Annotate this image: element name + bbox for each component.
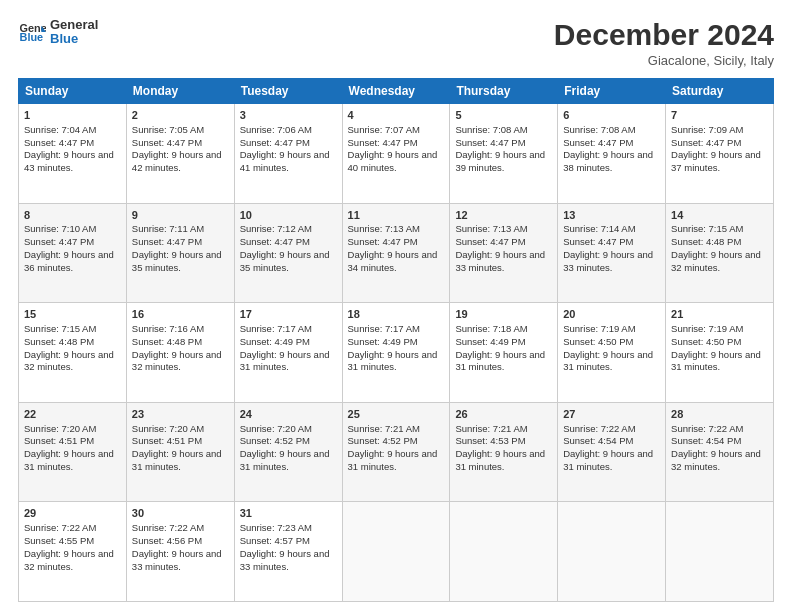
sunrise-label: Sunrise: 7:22 AM	[132, 522, 204, 533]
sunrise-label: Sunrise: 7:04 AM	[24, 124, 96, 135]
day-number: 29	[24, 506, 121, 521]
sunrise-label: Sunrise: 7:13 AM	[455, 223, 527, 234]
calendar-cell: 27Sunrise: 7:22 AMSunset: 4:54 PMDayligh…	[558, 402, 666, 502]
calendar-cell	[666, 502, 774, 602]
sunset-label: Sunset: 4:49 PM	[240, 336, 310, 347]
daylight-label: Daylight: 9 hours and 33 minutes.	[455, 249, 545, 273]
calendar-cell: 18Sunrise: 7:17 AMSunset: 4:49 PMDayligh…	[342, 303, 450, 403]
daylight-label: Daylight: 9 hours and 33 minutes.	[240, 548, 330, 572]
sunset-label: Sunset: 4:47 PM	[455, 137, 525, 148]
day-number: 26	[455, 407, 552, 422]
day-number: 31	[240, 506, 337, 521]
sunset-label: Sunset: 4:47 PM	[348, 137, 418, 148]
sunset-label: Sunset: 4:47 PM	[563, 236, 633, 247]
calendar-week-1: 1Sunrise: 7:04 AMSunset: 4:47 PMDaylight…	[19, 104, 774, 204]
calendar-cell: 13Sunrise: 7:14 AMSunset: 4:47 PMDayligh…	[558, 203, 666, 303]
calendar-cell: 29Sunrise: 7:22 AMSunset: 4:55 PMDayligh…	[19, 502, 127, 602]
sunset-label: Sunset: 4:55 PM	[24, 535, 94, 546]
calendar-cell: 15Sunrise: 7:15 AMSunset: 4:48 PMDayligh…	[19, 303, 127, 403]
calendar-cell: 23Sunrise: 7:20 AMSunset: 4:51 PMDayligh…	[126, 402, 234, 502]
sunrise-label: Sunrise: 7:18 AM	[455, 323, 527, 334]
sunset-label: Sunset: 4:49 PM	[455, 336, 525, 347]
daylight-label: Daylight: 9 hours and 32 minutes.	[24, 548, 114, 572]
day-number: 18	[348, 307, 445, 322]
sunrise-label: Sunrise: 7:23 AM	[240, 522, 312, 533]
sunrise-label: Sunrise: 7:14 AM	[563, 223, 635, 234]
sunrise-label: Sunrise: 7:22 AM	[671, 423, 743, 434]
sunset-label: Sunset: 4:51 PM	[24, 435, 94, 446]
calendar-cell: 2Sunrise: 7:05 AMSunset: 4:47 PMDaylight…	[126, 104, 234, 204]
day-number: 19	[455, 307, 552, 322]
sunset-label: Sunset: 4:50 PM	[671, 336, 741, 347]
sunrise-label: Sunrise: 7:15 AM	[24, 323, 96, 334]
day-number: 13	[563, 208, 660, 223]
daylight-label: Daylight: 9 hours and 39 minutes.	[455, 149, 545, 173]
daylight-label: Daylight: 9 hours and 31 minutes.	[240, 448, 330, 472]
logo-general: General	[50, 18, 98, 32]
sunset-label: Sunset: 4:51 PM	[132, 435, 202, 446]
sunset-label: Sunset: 4:48 PM	[671, 236, 741, 247]
sunset-label: Sunset: 4:47 PM	[455, 236, 525, 247]
calendar-week-2: 8Sunrise: 7:10 AMSunset: 4:47 PMDaylight…	[19, 203, 774, 303]
sunset-label: Sunset: 4:57 PM	[240, 535, 310, 546]
day-number: 10	[240, 208, 337, 223]
calendar-cell: 6Sunrise: 7:08 AMSunset: 4:47 PMDaylight…	[558, 104, 666, 204]
sunset-label: Sunset: 4:52 PM	[240, 435, 310, 446]
logo-blue: Blue	[50, 32, 98, 46]
day-number: 20	[563, 307, 660, 322]
day-number: 16	[132, 307, 229, 322]
daylight-label: Daylight: 9 hours and 31 minutes.	[348, 349, 438, 373]
sunrise-label: Sunrise: 7:22 AM	[563, 423, 635, 434]
sunset-label: Sunset: 4:47 PM	[132, 137, 202, 148]
calendar-cell: 12Sunrise: 7:13 AMSunset: 4:47 PMDayligh…	[450, 203, 558, 303]
daylight-label: Daylight: 9 hours and 40 minutes.	[348, 149, 438, 173]
sunrise-label: Sunrise: 7:15 AM	[671, 223, 743, 234]
sunrise-label: Sunrise: 7:20 AM	[24, 423, 96, 434]
calendar-cell	[558, 502, 666, 602]
sunrise-label: Sunrise: 7:12 AM	[240, 223, 312, 234]
sunrise-label: Sunrise: 7:11 AM	[132, 223, 204, 234]
sunset-label: Sunset: 4:47 PM	[132, 236, 202, 247]
day-number: 9	[132, 208, 229, 223]
calendar-cell: 22Sunrise: 7:20 AMSunset: 4:51 PMDayligh…	[19, 402, 127, 502]
day-number: 7	[671, 108, 768, 123]
calendar-cell: 24Sunrise: 7:20 AMSunset: 4:52 PMDayligh…	[234, 402, 342, 502]
weekday-header-row: SundayMondayTuesdayWednesdayThursdayFrid…	[19, 79, 774, 104]
calendar-cell: 17Sunrise: 7:17 AMSunset: 4:49 PMDayligh…	[234, 303, 342, 403]
day-number: 5	[455, 108, 552, 123]
daylight-label: Daylight: 9 hours and 33 minutes.	[132, 548, 222, 572]
sunset-label: Sunset: 4:54 PM	[563, 435, 633, 446]
calendar-cell: 3Sunrise: 7:06 AMSunset: 4:47 PMDaylight…	[234, 104, 342, 204]
sunrise-label: Sunrise: 7:16 AM	[132, 323, 204, 334]
sunset-label: Sunset: 4:56 PM	[132, 535, 202, 546]
calendar-cell	[450, 502, 558, 602]
calendar-cell: 8Sunrise: 7:10 AMSunset: 4:47 PMDaylight…	[19, 203, 127, 303]
daylight-label: Daylight: 9 hours and 36 minutes.	[24, 249, 114, 273]
day-number: 2	[132, 108, 229, 123]
daylight-label: Daylight: 9 hours and 34 minutes.	[348, 249, 438, 273]
title-block: December 2024 Giacalone, Sicily, Italy	[554, 18, 774, 68]
day-number: 3	[240, 108, 337, 123]
page-title: December 2024	[554, 18, 774, 51]
daylight-label: Daylight: 9 hours and 33 minutes.	[563, 249, 653, 273]
sunrise-label: Sunrise: 7:08 AM	[563, 124, 635, 135]
calendar-cell: 16Sunrise: 7:16 AMSunset: 4:48 PMDayligh…	[126, 303, 234, 403]
svg-text:Blue: Blue	[20, 32, 44, 44]
sunset-label: Sunset: 4:53 PM	[455, 435, 525, 446]
day-number: 27	[563, 407, 660, 422]
day-number: 1	[24, 108, 121, 123]
day-number: 24	[240, 407, 337, 422]
day-number: 22	[24, 407, 121, 422]
daylight-label: Daylight: 9 hours and 35 minutes.	[240, 249, 330, 273]
sunset-label: Sunset: 4:47 PM	[240, 236, 310, 247]
sunrise-label: Sunrise: 7:21 AM	[455, 423, 527, 434]
daylight-label: Daylight: 9 hours and 38 minutes.	[563, 149, 653, 173]
calendar-body: 1Sunrise: 7:04 AMSunset: 4:47 PMDaylight…	[19, 104, 774, 602]
daylight-label: Daylight: 9 hours and 32 minutes.	[671, 448, 761, 472]
day-number: 8	[24, 208, 121, 223]
sunset-label: Sunset: 4:47 PM	[240, 137, 310, 148]
weekday-thursday: Thursday	[450, 79, 558, 104]
calendar-cell: 21Sunrise: 7:19 AMSunset: 4:50 PMDayligh…	[666, 303, 774, 403]
daylight-label: Daylight: 9 hours and 32 minutes.	[671, 249, 761, 273]
daylight-label: Daylight: 9 hours and 31 minutes.	[24, 448, 114, 472]
